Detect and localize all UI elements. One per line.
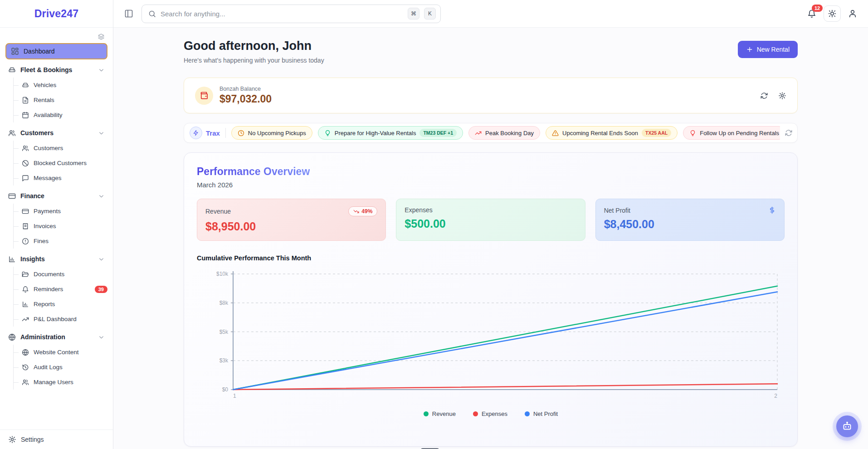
stat-label: Net Profit bbox=[604, 207, 630, 214]
globe-icon bbox=[22, 349, 29, 356]
theme-toggle-button[interactable] bbox=[824, 5, 841, 22]
stats-row: Revenue49%$8,950.00Expenses$500.00Net Pr… bbox=[197, 199, 785, 241]
user-icon bbox=[848, 9, 857, 18]
new-rental-button[interactable]: New Rental bbox=[738, 41, 798, 58]
topbar: ⌘ K 12 bbox=[113, 0, 868, 28]
users-icon bbox=[8, 129, 16, 137]
sidebar-item-messages[interactable]: Messages bbox=[14, 171, 107, 185]
assistant-fab-button[interactable] bbox=[836, 415, 858, 437]
sidebar-item-vehicles[interactable]: Vehicles bbox=[14, 78, 107, 93]
new-rental-label: New Rental bbox=[757, 46, 790, 53]
stat-change-badge: 49% bbox=[348, 206, 377, 216]
sidebar-item-customers[interactable]: Customers bbox=[14, 141, 107, 156]
folder-open-icon bbox=[22, 271, 29, 278]
sidebar-item-label: Invoices bbox=[34, 223, 56, 229]
sidebar-item-reports[interactable]: Reports bbox=[14, 297, 107, 312]
trending-up-icon bbox=[22, 316, 29, 323]
sidebar-section-insights[interactable]: Insights bbox=[5, 251, 107, 267]
legend-label: Expenses bbox=[482, 410, 507, 417]
balance-texts: Bonzah Balance $97,032.00 bbox=[219, 86, 272, 105]
sidebar-nav: Dashboard Fleet & BookingsVehiclesRental… bbox=[0, 28, 113, 429]
balance-actions bbox=[760, 92, 786, 100]
section-label: Administration bbox=[20, 333, 65, 341]
search-box[interactable]: ⌘ K bbox=[141, 5, 441, 23]
stat-label: Expenses bbox=[405, 206, 432, 214]
pill-label: No Upcoming Pickups bbox=[248, 130, 306, 137]
stat-card-top: Expenses bbox=[405, 206, 576, 214]
bonzah-balance-card: Bonzah Balance $97,032.00 bbox=[184, 78, 798, 113]
sidebar-section-finance[interactable]: Finance bbox=[5, 188, 107, 204]
legend-item-revenue: Revenue bbox=[424, 410, 456, 417]
ticker-pill-no-upcoming-pickups[interactable]: No Upcoming Pickups bbox=[231, 126, 312, 140]
sidebar-item-fines[interactable]: Fines bbox=[14, 234, 107, 249]
sidebar-item-blocked-customers[interactable]: Blocked Customers bbox=[14, 156, 107, 171]
sidebar-sublist: DocumentsReminders39ReportsP&L Dashboard bbox=[13, 267, 107, 327]
user-menu-button[interactable] bbox=[848, 9, 857, 18]
balance-settings-button[interactable] bbox=[778, 92, 786, 100]
chevron-down-icon bbox=[98, 334, 105, 341]
layers-icon[interactable] bbox=[98, 33, 105, 40]
credit-card-icon bbox=[22, 208, 29, 215]
sidebar-item-label: Manage Users bbox=[34, 379, 73, 386]
history-icon bbox=[22, 364, 29, 371]
bar-chart-icon bbox=[8, 255, 16, 263]
sidebar-item-payments[interactable]: Payments bbox=[14, 204, 107, 219]
sidebar-sublist: CustomersBlocked CustomersMessages bbox=[13, 141, 107, 185]
sidebar-toggle-button[interactable] bbox=[124, 9, 133, 18]
chart-legend: RevenueExpensesNet Profit bbox=[197, 410, 785, 417]
trax-brand-label: Trax bbox=[206, 129, 220, 137]
stat-change-value: 49% bbox=[361, 208, 372, 215]
sidebar-sublist: Website ContentAudit LogsManage Users bbox=[13, 345, 107, 390]
ticker-pill-peak-booking-day[interactable]: Peak Booking Day bbox=[468, 126, 540, 140]
search-input[interactable] bbox=[161, 10, 403, 18]
sidebar-section-customers[interactable]: Customers bbox=[5, 125, 107, 141]
svg-text:$10k: $10k bbox=[216, 271, 229, 277]
sidebar-item-audit-logs[interactable]: Audit Logs bbox=[14, 360, 107, 375]
bot-icon bbox=[842, 421, 853, 432]
sidebar-item-manage-users[interactable]: Manage Users bbox=[14, 375, 107, 390]
users-icon bbox=[22, 379, 29, 386]
legend-label: Net Profit bbox=[533, 410, 558, 417]
sidebar-item-rentals[interactable]: Rentals bbox=[14, 93, 107, 107]
ticker-pill-follow-up-on-pending-rentals[interactable]: Follow Up on Pending Rentals bbox=[683, 126, 780, 140]
sidebar-section-administration[interactable]: Administration bbox=[5, 329, 107, 345]
gear-icon bbox=[8, 435, 16, 444]
pill-label: Peak Booking Day bbox=[485, 130, 534, 137]
zap-icon bbox=[193, 130, 199, 136]
sidebar-section-fleet-bookings[interactable]: Fleet & Bookings bbox=[5, 62, 107, 78]
sidebar-item-label: Customers bbox=[34, 145, 63, 151]
chevron-down-icon bbox=[98, 67, 105, 73]
notifications-button[interactable]: 12 bbox=[807, 9, 816, 18]
sidebar-item-label: Availability bbox=[34, 112, 63, 118]
sidebar-item-availability[interactable]: Availability bbox=[14, 107, 107, 122]
svg-text:2: 2 bbox=[774, 393, 777, 399]
ticker-refresh-button[interactable] bbox=[785, 129, 793, 137]
message-icon bbox=[22, 175, 29, 182]
page-title: Good afternoon, John bbox=[184, 39, 324, 53]
sidebar-item-label: Payments bbox=[34, 208, 61, 215]
sidebar-item-label: Vehicles bbox=[34, 82, 56, 88]
app-logo: Drive247 bbox=[34, 8, 79, 20]
ticker-pill-prepare-for-high-value-rentals[interactable]: Prepare for High-Value RentalsTM23 DEF +… bbox=[318, 126, 463, 140]
performance-title: Performance Overview bbox=[197, 166, 310, 178]
section-label: Finance bbox=[20, 192, 44, 200]
ticker-pill-upcoming-rental-ends-soon[interactable]: Upcoming Rental Ends SoonTX25 AAL bbox=[546, 126, 678, 140]
calendar-icon bbox=[22, 112, 29, 119]
lightbulb-icon bbox=[324, 130, 331, 137]
sidebar-item-reminders[interactable]: Reminders39 bbox=[14, 282, 107, 297]
sidebar-item-settings[interactable]: Settings bbox=[0, 429, 113, 449]
sidebar-item-dashboard[interactable]: Dashboard bbox=[5, 43, 107, 59]
main-area: ⌘ K 12 Good afternoon, John bbox=[113, 0, 868, 449]
bell-icon bbox=[22, 286, 29, 293]
legend-label: Revenue bbox=[432, 410, 456, 417]
sidebar-item-documents[interactable]: Documents bbox=[14, 267, 107, 282]
balance-refresh-button[interactable] bbox=[760, 92, 768, 100]
chevron-down-icon bbox=[98, 193, 105, 200]
sidebar-sublist: PaymentsInvoicesFines bbox=[13, 204, 107, 249]
sidebar-item-invoices[interactable]: Invoices bbox=[14, 219, 107, 234]
plus-icon bbox=[746, 46, 753, 53]
sidebar-item-website-content[interactable]: Website Content bbox=[14, 345, 107, 360]
sidebar-item-label: Audit Logs bbox=[34, 364, 63, 371]
sidebar-item-p-l-dashboard[interactable]: P&L Dashboard bbox=[14, 312, 107, 327]
lightbulb-icon bbox=[689, 130, 696, 137]
